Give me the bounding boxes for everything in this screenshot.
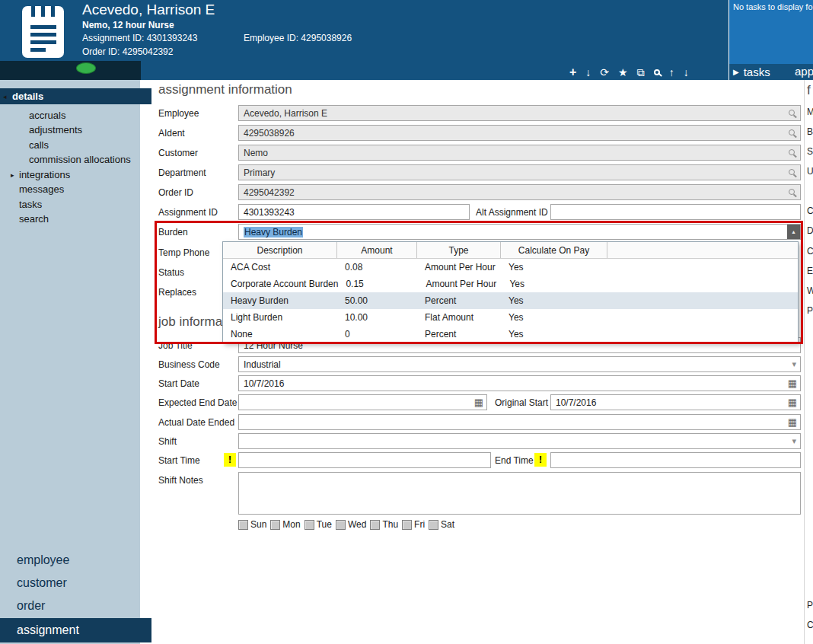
- assignment-id-field[interactable]: 4301393243: [238, 204, 470, 220]
- expected-end-date-field[interactable]: ▦: [238, 394, 487, 410]
- actual-date-ended-label: Actual Date Ended: [158, 417, 234, 428]
- down-icon[interactable]: ↓: [684, 67, 689, 78]
- shift-dropdown[interactable]: ▾: [238, 433, 801, 449]
- shift-label: Shift: [158, 436, 177, 447]
- alt-assignment-id-label: Alt Assignment ID: [476, 207, 548, 218]
- weekday-sun: Sun: [238, 519, 266, 530]
- sidebar-item-search[interactable]: search: [19, 213, 49, 225]
- burden-option-corporate-account-burden[interactable]: Corporate Account Burden 0.15 Amount Per…: [223, 276, 798, 292]
- sidebar-item-commission-allocations[interactable]: commission allocations: [29, 154, 131, 165]
- logo-band: [0, 61, 141, 80]
- shift-notes-textarea[interactable]: [238, 472, 801, 515]
- job-title-label: Job Title: [158, 340, 193, 351]
- customer-field[interactable]: Nemo: [238, 145, 801, 161]
- right-panel-fragment: P: [807, 600, 813, 611]
- status-label: Status: [158, 267, 184, 278]
- burden-combobox[interactable]: Heavy Burden ▲: [238, 224, 801, 240]
- mon-checkbox[interactable]: [270, 520, 280, 530]
- thu-checkbox[interactable]: [370, 520, 380, 530]
- app-window: Acevedo, Harrison E Nemo, 12 hour Nurse …: [0, 0, 813, 644]
- collapse-icon[interactable]: ◂: [3, 93, 7, 100]
- calendar-icon[interactable]: ▦: [788, 397, 797, 409]
- sidebar-item-order[interactable]: order: [17, 599, 45, 613]
- sidebar-item-customer[interactable]: customer: [17, 576, 67, 590]
- lookup-search-icon[interactable]: [789, 189, 795, 195]
- sidebar-item-integrations[interactable]: integrations: [19, 169, 70, 180]
- burden-option-aca-cost[interactable]: ACA Cost 0.08 Amount Per Hour Yes: [223, 259, 798, 276]
- sidebar-item-tasks[interactable]: tasks: [19, 199, 42, 210]
- sidebar-item-employee[interactable]: employee: [17, 553, 69, 567]
- sidebar-item-assignment-label: assignment: [17, 623, 79, 637]
- right-panel-fragment: f: [807, 83, 811, 98]
- header-divider: [729, 0, 729, 80]
- expand-icon[interactable]: ▸: [11, 171, 14, 179]
- appointments-button[interactable]: app: [795, 65, 813, 78]
- refresh-icon[interactable]: ⟳: [600, 67, 609, 78]
- customer-label: Customer: [158, 148, 198, 158]
- sidebar-item-adjustments[interactable]: adjustments: [29, 124, 82, 135]
- department-field[interactable]: Primary: [238, 164, 801, 180]
- lookup-search-icon[interactable]: [789, 169, 795, 175]
- lookup-search-icon[interactable]: [789, 149, 795, 155]
- actual-date-ended-field[interactable]: ▦: [238, 414, 801, 430]
- start-date-field[interactable]: 10/7/2016 ▦: [238, 375, 801, 391]
- weekday-wed: Wed: [336, 519, 366, 530]
- sun-checkbox[interactable]: [238, 520, 248, 530]
- tasks-button-label: tasks: [744, 65, 770, 78]
- replaces-label: Replaces: [158, 287, 196, 298]
- right-panel-fragment: P: [807, 305, 813, 316]
- right-panel-fragment: B: [807, 126, 813, 137]
- business-code-dropdown[interactable]: Industrial ▾: [238, 356, 801, 372]
- tue-checkbox[interactable]: [304, 520, 314, 530]
- burden-option-heavy-burden[interactable]: Heavy Burden 50.00 Percent Yes: [223, 292, 798, 309]
- chevron-down-icon[interactable]: ▾: [792, 436, 796, 446]
- end-time-field[interactable]: [550, 452, 801, 468]
- up-icon[interactable]: ↑: [669, 67, 674, 78]
- status-indicator-dot: [76, 62, 96, 74]
- burden-dropdown-popup: Description Amount Type Calculate On Pay…: [222, 241, 799, 343]
- search-icon[interactable]: [654, 69, 660, 75]
- wed-checkbox[interactable]: [336, 520, 346, 530]
- weekday-fri: Fri: [402, 519, 425, 530]
- order-id-field[interactable]: 4295042392: [238, 184, 801, 200]
- alt-assignment-id-field[interactable]: [550, 204, 801, 220]
- warning-icon: !: [534, 453, 547, 467]
- weekday-checkbox-row: Sun Mon Tue Wed Thu Fri Sat: [238, 519, 454, 530]
- calendar-icon[interactable]: ▦: [788, 378, 797, 390]
- popout-icon[interactable]: ⧉: [637, 67, 645, 78]
- sidebar-item-details[interactable]: details: [0, 88, 151, 104]
- burden-option-none[interactable]: None 0 Percent Yes: [223, 326, 798, 343]
- fri-checkbox[interactable]: [402, 520, 412, 530]
- sidebar-item-calls[interactable]: calls: [29, 139, 49, 151]
- app-logo-icon: [21, 5, 65, 62]
- sidebar-item-assignment[interactable]: assignment: [0, 618, 151, 642]
- tasks-button[interactable]: ▶ tasks: [733, 64, 770, 80]
- add-icon[interactable]: +: [569, 66, 576, 78]
- lookup-search-icon[interactable]: [789, 129, 795, 135]
- original-start-field[interactable]: 10/7/2016 ▦: [550, 394, 801, 410]
- sidebar-item-accruals[interactable]: accruals: [29, 110, 65, 121]
- dropdown-toggle-icon[interactable]: ▲: [787, 225, 800, 239]
- calendar-icon[interactable]: ▦: [788, 416, 797, 429]
- calendar-icon[interactable]: ▦: [474, 397, 483, 409]
- aident-label: AIdent: [158, 128, 185, 139]
- record-subtitle: Nemo, 12 hour Nurse: [82, 20, 174, 30]
- weekday-mon: Mon: [270, 519, 300, 530]
- sidebar-item-messages[interactable]: messages: [19, 183, 64, 195]
- favorites-icon[interactable]: ★: [618, 67, 628, 78]
- burden-option-light-burden[interactable]: Light Burden 10.00 Flat Amount Yes: [223, 309, 798, 326]
- chevron-down-icon[interactable]: ▾: [792, 359, 796, 369]
- download-icon[interactable]: ↓: [585, 67, 591, 78]
- start-time-field[interactable]: [238, 452, 491, 468]
- burden-label: Burden: [158, 227, 188, 238]
- amount-column-header: Amount: [337, 242, 417, 258]
- aident-field[interactable]: 4295038926: [238, 125, 801, 141]
- shift-notes-label: Shift Notes: [158, 475, 203, 486]
- play-icon: ▶: [733, 68, 739, 76]
- right-panel-fragment: M: [807, 107, 813, 117]
- employee-field[interactable]: Acevedo, Harrison E: [238, 105, 801, 121]
- right-panel-fragment: D: [807, 225, 813, 236]
- sat-checkbox[interactable]: [429, 520, 438, 530]
- lookup-search-icon[interactable]: [789, 110, 795, 116]
- expected-end-date-label: Expected End Date: [158, 397, 237, 408]
